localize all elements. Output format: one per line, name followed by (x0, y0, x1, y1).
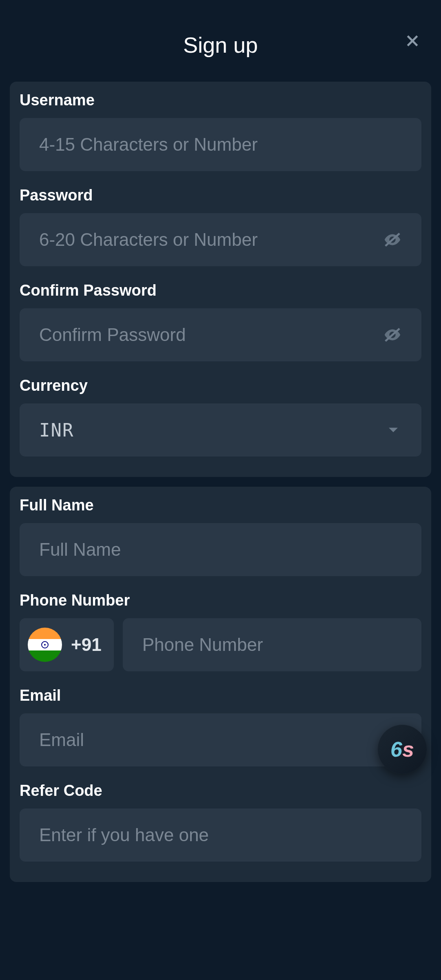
currency-label: Currency (20, 377, 421, 394)
username-input[interactable] (39, 134, 402, 155)
username-input-wrap (20, 118, 421, 171)
phone-input[interactable] (142, 635, 402, 655)
fullname-input[interactable] (39, 539, 402, 560)
brand-logo-icon: 6s (390, 737, 414, 762)
password-input[interactable] (39, 229, 402, 250)
india-flag-icon (28, 628, 62, 662)
password-label: Password (20, 187, 421, 204)
toggle-password-visibility[interactable] (383, 230, 402, 249)
refercode-input[interactable] (39, 825, 402, 845)
username-label: Username (20, 91, 421, 109)
password-input-wrap (20, 213, 421, 266)
country-code-text: +91 (71, 635, 102, 655)
country-code-select[interactable]: +91 (20, 618, 114, 671)
personal-section: Full Name Phone Number +91 (10, 487, 431, 882)
confirm-password-field: Confirm Password (20, 282, 421, 361)
fullname-label: Full Name (20, 497, 421, 514)
currency-selected-value: INR (39, 420, 74, 441)
email-input[interactable] (39, 730, 402, 750)
email-input-wrap (20, 713, 421, 766)
currency-select[interactable]: INR (20, 403, 421, 457)
phone-field: Phone Number +91 (20, 592, 421, 671)
eye-off-icon (383, 230, 402, 249)
email-label: Email (20, 687, 421, 704)
toggle-confirm-password-visibility[interactable] (383, 325, 402, 344)
page-title: Sign up (183, 32, 258, 58)
close-button[interactable] (404, 33, 421, 49)
email-field: Email (20, 687, 421, 766)
refercode-input-wrap (20, 808, 421, 862)
username-field: Username (20, 91, 421, 171)
fullname-field: Full Name (20, 497, 421, 576)
header: Sign up (0, 0, 441, 82)
phone-label: Phone Number (20, 592, 421, 609)
confirm-password-label: Confirm Password (20, 282, 421, 299)
phone-input-wrap (123, 618, 421, 671)
confirm-password-input-wrap (20, 308, 421, 361)
refercode-label: Refer Code (20, 782, 421, 800)
brand-fab[interactable]: 6s (378, 725, 427, 774)
caret-down-icon (389, 428, 398, 432)
password-field: Password (20, 187, 421, 266)
currency-field: Currency INR (20, 377, 421, 457)
close-icon (404, 33, 421, 49)
form-content: Username Password Confirm Password (0, 82, 441, 882)
refercode-field: Refer Code (20, 782, 421, 862)
phone-row: +91 (20, 618, 421, 671)
account-section: Username Password Confirm Password (10, 82, 431, 477)
fullname-input-wrap (20, 523, 421, 576)
eye-off-icon (383, 325, 402, 344)
confirm-password-input[interactable] (39, 325, 402, 345)
